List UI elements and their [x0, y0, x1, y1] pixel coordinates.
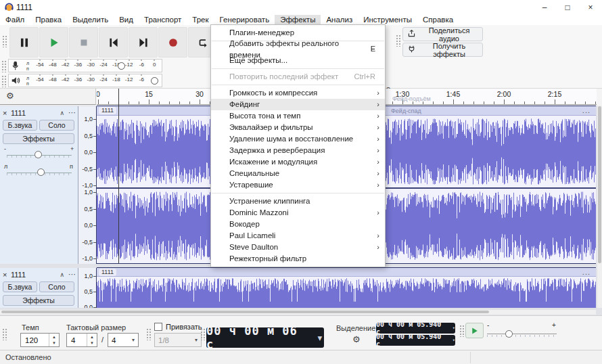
tempo-value[interactable]: 120 [21, 334, 49, 346]
snap-select[interactable]: 1/8 ▾ [154, 333, 202, 347]
effects-menu-item-0[interactable]: Плагин-менеджер [211, 27, 385, 39]
track2-vertical-scale[interactable]: 1,00,50,0 [78, 268, 97, 308]
track-close-button[interactable]: × [3, 271, 11, 279]
track-solo-button[interactable]: Соло [39, 281, 74, 292]
meter-volume-knob[interactable] [118, 62, 125, 70]
time-signature-toolbar-grip[interactable] [2, 328, 7, 340]
effects-menu-item-7[interactable]: Громкость и компрессия› [211, 87, 385, 99]
snap-checkbox-box[interactable] [154, 323, 162, 331]
time-signature-upper-value[interactable]: 4 [67, 334, 87, 346]
play-at-speed-button[interactable] [465, 323, 484, 338]
maximize-button[interactable]: □ [556, 0, 579, 15]
track1-clip-left-name[interactable]: 1111 [99, 107, 116, 114]
track-mute-button[interactable]: Б.звука [3, 120, 37, 131]
effects-menu-item-12[interactable]: Задержка и реверберация› [211, 145, 385, 156]
track-mute-button[interactable]: Б.звука [3, 281, 37, 292]
pause-button[interactable] [9, 27, 39, 58]
menubar-item-правка[interactable]: Правка [30, 15, 67, 25]
track-solo-button[interactable]: Соло [39, 120, 74, 131]
menubar-item-выделить[interactable]: Выделить [67, 15, 114, 25]
track-menu-button[interactable]: ⋯ [68, 270, 76, 279]
track2-wave-zone[interactable]: 1111 ... [97, 268, 596, 308]
menubar-item-трек[interactable]: Трек [187, 15, 214, 25]
effects-menu-item-15[interactable]: Устаревшие› [211, 179, 385, 191]
track1-clip-menu-button[interactable]: ... [582, 106, 591, 114]
skip-start-button[interactable] [99, 27, 128, 58]
effects-menu-item-21[interactable]: Steve Daulton› [211, 242, 385, 253]
vertical-scrollbar-thumb[interactable] [598, 106, 601, 263]
tempo-spin-up[interactable]: ▲ [49, 334, 59, 340]
stop-button[interactable] [69, 27, 98, 58]
time-signature-spin-up[interactable]: ▲ [87, 334, 97, 340]
speed-slider-knob[interactable] [505, 330, 513, 338]
effects-menu-item-8[interactable]: Фейдинг› [211, 99, 385, 110]
track-close-button[interactable]: × [3, 109, 11, 117]
selection-options-button[interactable]: ⚙ [352, 334, 361, 344]
effects-menu-item-14[interactable]: Специальные› [211, 168, 385, 179]
speed-slider-track[interactable] [487, 334, 557, 334]
skip-end-button[interactable] [129, 27, 158, 58]
menubar-item-анализ[interactable]: Анализ [321, 15, 358, 25]
record-meter[interactable]: лп-54-48-42-36-30-24-18-12-60 [8, 59, 162, 72]
time-signature-spinner[interactable]: ▲▼ [87, 334, 97, 346]
time-signature-upper-input[interactable]: 4 ▲▼ [66, 333, 97, 347]
track-collapse-button[interactable]: ∧ [60, 271, 64, 278]
playback-meter[interactable]: лп-54-48-42-36-30-24-18-12-6 [8, 74, 162, 87]
track-title[interactable]: 1111 [11, 109, 60, 117]
effects-menu-item-20[interactable]: Paul Licameli› [211, 230, 385, 242]
snap-toolbar-grip[interactable] [146, 328, 151, 340]
time-toolbar-grip[interactable] [200, 328, 205, 340]
effects-menu-item-18[interactable]: Dominic Mazzoni› [211, 207, 385, 219]
close-button[interactable]: × [579, 0, 602, 15]
audio-position-display[interactable]: 00 ч 00 м 06 с ▾ [206, 327, 324, 348]
effects-menu-item-17[interactable]: Устранение клиппинга [211, 196, 385, 207]
get-effects-button[interactable]: Получить эффекты [402, 43, 483, 57]
share-audio-button[interactable]: Поделиться аудио [402, 27, 483, 41]
menubar-item-эффекты[interactable]: Эффекты [275, 15, 321, 25]
track2-clip-header[interactable]: 1111 ... [97, 268, 596, 277]
track-collapse-button[interactable]: ∧ [60, 110, 64, 116]
track-effects-button[interactable]: Эффекты [3, 133, 74, 144]
meter-volume-knob[interactable] [151, 77, 158, 85]
selection-start-display[interactable]: 00 ч 00 м 05.940 с ▾ [376, 323, 455, 334]
vertical-scrollbar[interactable] [597, 106, 602, 308]
track-menu-button[interactable]: ⋯ [68, 108, 76, 117]
pan-slider-knob[interactable] [37, 168, 45, 176]
track2-clip-name[interactable]: 1111 [99, 269, 116, 276]
minimize-button[interactable]: – [533, 0, 556, 15]
track1-clip-right-name[interactable]: Фейд-спад [391, 108, 421, 114]
track2-clip-menu-button[interactable]: ... [582, 268, 591, 276]
transport-toolbar-grip[interactable] [2, 35, 7, 47]
menubar-item-справка[interactable]: Справка [417, 15, 459, 25]
effects-menu-item-10[interactable]: Эквалайзер и фильтры› [211, 122, 385, 133]
playback-meter-grip[interactable] [1, 75, 6, 87]
selection-end-display[interactable]: 00 ч 00 м 05.940 с ▾ [376, 335, 455, 346]
track1-vertical-scale[interactable]: 1,00,50,0-0,5-1,01,00,50,0-0,5-1,0 [78, 106, 97, 264]
tempo-spinner[interactable]: ▲▼ [49, 334, 59, 346]
time-signature-spin-down[interactable]: ▼ [87, 340, 97, 347]
selection-end-value[interactable]: 00 ч 00 м 05.940 с [376, 333, 448, 348]
time-signature-lower-select[interactable]: 4 ▾ [108, 333, 139, 347]
share-toolbar-grip[interactable] [396, 35, 400, 47]
effects-menu-item-9[interactable]: Высота тона и темп› [211, 110, 385, 122]
effects-menu-item-22[interactable]: Режекторный фильтр [211, 253, 385, 265]
menubar-item-файл[interactable]: Файл [0, 15, 30, 25]
menubar-item-транспорт[interactable]: Транспорт [139, 15, 187, 25]
track-effects-button[interactable]: Эффекты [3, 295, 74, 306]
play-button[interactable] [39, 27, 68, 58]
effects-menu-item-3[interactable]: Ещё эффекты... [211, 55, 385, 66]
track-title[interactable]: 1111 [11, 271, 60, 279]
effects-menu-item-2[interactable]: Добавить эффекты реального времениE [211, 43, 385, 55]
effects-menu-item-13[interactable]: Искажение и модуляция› [211, 156, 385, 168]
snap-checkbox[interactable]: Привязать [154, 323, 202, 331]
gain-slider-knob[interactable] [34, 151, 42, 158]
record-meter-grip[interactable] [1, 60, 6, 72]
track2-waveform[interactable] [97, 277, 596, 308]
record-button[interactable] [158, 27, 187, 58]
menubar-item-вид[interactable]: Вид [114, 15, 139, 25]
audio-position-value[interactable]: 00 ч 00 м 06 с [206, 324, 312, 351]
menubar-item-генерировать[interactable]: Генерировать [214, 15, 275, 25]
timeline-options-button[interactable]: ⚙ [6, 91, 14, 101]
horizontal-scrollbar[interactable] [0, 310, 596, 315]
effects-menu-item-19[interactable]: Вокодер [211, 219, 385, 230]
